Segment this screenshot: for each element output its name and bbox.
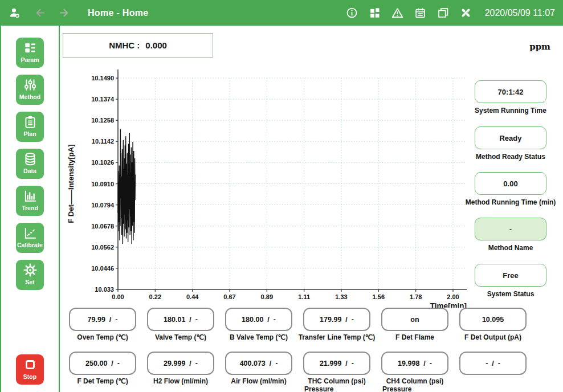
status-value: Free — [503, 271, 518, 280]
sidebar-item-data[interactable]: Data — [16, 149, 44, 179]
readout-label: F Det Flame — [376, 334, 454, 342]
sidebar-item-method[interactable]: Method — [16, 75, 44, 105]
svg-text:0.00: 0.00 — [112, 293, 124, 300]
svg-text:10.0678: 10.0678 — [91, 223, 114, 230]
stop-button[interactable]: Stop — [16, 354, 44, 385]
page-title: Home - Home — [88, 8, 148, 18]
status-label: Method Ready Status — [462, 153, 559, 161]
svg-text:1.78: 1.78 — [410, 293, 422, 300]
svg-text:10.0910: 10.0910 — [91, 181, 114, 187]
plan-icon — [23, 114, 38, 130]
svg-text:2.00: 2.00 — [447, 293, 459, 300]
status-value: - — [509, 225, 512, 234]
readout-group: onF Det Flame — [376, 308, 454, 342]
nmhc-readout: NMHC : 0.000 — [63, 33, 213, 58]
status-value-system-status: Free — [475, 264, 546, 287]
status-label: Method Name — [462, 244, 559, 252]
set-icon — [23, 262, 38, 278]
readout-group: 19.998 / -CH4 Column (psi)Pressure — [376, 352, 454, 392]
readout-group: 180.01 / -Valve Temp (℃) — [141, 308, 220, 342]
readout-label: Air Flow (ml/min) — [219, 378, 298, 386]
status-group: 70:1:42System Running Time — [462, 80, 559, 115]
sidebar-item-set[interactable]: Set — [16, 260, 44, 290]
header-bar: Home - Home 2020/05/09 11:07 — [0, 0, 563, 26]
readout-value-box: 180.00 / - — [225, 308, 292, 331]
datetime-label: 2020/05/09 11:07 — [485, 8, 555, 18]
unit-label: ppm — [529, 42, 550, 52]
svg-text:0.89: 0.89 — [261, 293, 273, 300]
svg-text:F Det——Intensity[pA]: F Det——Intensity[pA] — [67, 145, 75, 223]
svg-text:Time[min]: Time[min] — [430, 301, 467, 308]
status-value-method-ready-status: Ready — [475, 126, 546, 149]
readout-value-box: 10.095 — [459, 308, 527, 331]
sidebar-item-trend[interactable]: Trend — [16, 186, 44, 216]
readout-value-box: 19.998 / - — [381, 352, 448, 375]
status-label: System Status — [462, 290, 559, 298]
sidebar-item-label: Method — [19, 94, 40, 100]
warning-icon[interactable] — [391, 7, 404, 19]
svg-text:1.33: 1.33 — [335, 293, 347, 300]
status-value-method-name: - — [475, 218, 546, 240]
readout-value-box: 29.999 / - — [147, 352, 214, 375]
windows-icon[interactable] — [437, 7, 450, 19]
readout-label: F Det Output (pA) — [454, 334, 532, 342]
svg-text:10.1490: 10.1490 — [91, 75, 114, 81]
calendar-icon[interactable] — [414, 7, 427, 19]
trend-icon — [23, 188, 38, 204]
main-area: NMHC : 0.000 ppm 10.149010.137410.125810… — [60, 26, 563, 392]
status-value: 0.00 — [503, 179, 517, 188]
svg-text:0.44: 0.44 — [186, 293, 199, 300]
svg-text:10.0794: 10.0794 — [91, 202, 115, 209]
svg-text:1.11: 1.11 — [298, 293, 310, 300]
nmhc-value: 0.000 — [145, 40, 167, 50]
status-group: FreeSystem Status — [462, 264, 559, 298]
sidebar-item-param[interactable]: Param — [16, 38, 44, 68]
svg-text:10.1258: 10.1258 — [91, 117, 114, 124]
readout-label: H2 Flow (ml/min) — [141, 378, 220, 386]
dashboard-icon[interactable] — [369, 7, 381, 19]
status-group: 0.00Method Running Time (min) — [462, 172, 559, 206]
readout-value-box: 250.00 / - — [69, 352, 136, 375]
status-value-method-running-time-min: 0.00 — [475, 172, 546, 195]
intensity-chart: 10.149010.137410.125810.114210.102610.09… — [61, 63, 477, 308]
sidebar-item-label: Set — [25, 279, 34, 285]
readout-value-box: 79.99 / - — [69, 308, 136, 331]
svg-text:10.0562: 10.0562 — [91, 244, 114, 251]
readout-value-box: 179.99 / - — [303, 308, 370, 331]
readout-group: 179.99 / -Transfer Line Temp (℃) — [297, 308, 376, 342]
svg-text:10.1142: 10.1142 — [92, 138, 114, 145]
sidebar-item-label: Plan — [23, 131, 36, 137]
readout-label: B Valve Temp (℃) — [219, 334, 298, 342]
readout-group: 400.073 / -Air Flow (ml/min) — [219, 352, 298, 386]
readout-label: CH4 Column (psi)Pressure — [376, 378, 454, 392]
readout-label: Transfer Line Temp (℃) — [297, 334, 376, 342]
readout-group: 10.095F Det Output (pA) — [454, 308, 532, 342]
readout-group: 180.00 / -B Valve Temp (℃) — [219, 308, 298, 342]
readout-label: THC Column (psi)Pressure — [297, 378, 376, 392]
info-icon[interactable] — [346, 7, 358, 19]
sidebar-item-label: Trend — [22, 205, 38, 211]
back-arrow-icon[interactable] — [33, 7, 46, 19]
method-icon — [23, 77, 38, 93]
readout-group: - / - — [454, 352, 532, 378]
readout-group: 21.999 / -THC Column (psi)Pressure — [297, 352, 376, 392]
param-icon — [23, 40, 38, 56]
status-value: 70:1:42 — [498, 88, 524, 96]
readout-value-box: - / - — [459, 352, 527, 375]
forward-arrow-icon[interactable] — [58, 7, 71, 19]
readout-label-line2: Pressure — [304, 386, 376, 392]
status-label: Method Running Time (min) — [462, 198, 559, 206]
calibrate-icon — [23, 225, 38, 241]
status-group: ReadyMethod Ready Status — [462, 126, 559, 161]
status-label: System Running Time — [462, 107, 559, 115]
readout-value-box: 400.073 / - — [225, 352, 292, 375]
sidebar-item-plan[interactable]: Plan — [16, 112, 44, 142]
sidebar-item-label: Param — [21, 57, 39, 63]
readout-value-box: 21.999 / - — [303, 352, 370, 375]
sidebar-item-calibrate[interactable]: Calibrate — [16, 223, 44, 253]
readout-group: 250.00 / -F Det Temp (℃) — [63, 352, 142, 386]
fan-icon[interactable] — [460, 7, 472, 19]
user-icon[interactable] — [8, 7, 21, 19]
svg-text:10.1026: 10.1026 — [91, 159, 114, 166]
readout-group: 79.99 / -Oven Temp (℃) — [63, 308, 142, 342]
